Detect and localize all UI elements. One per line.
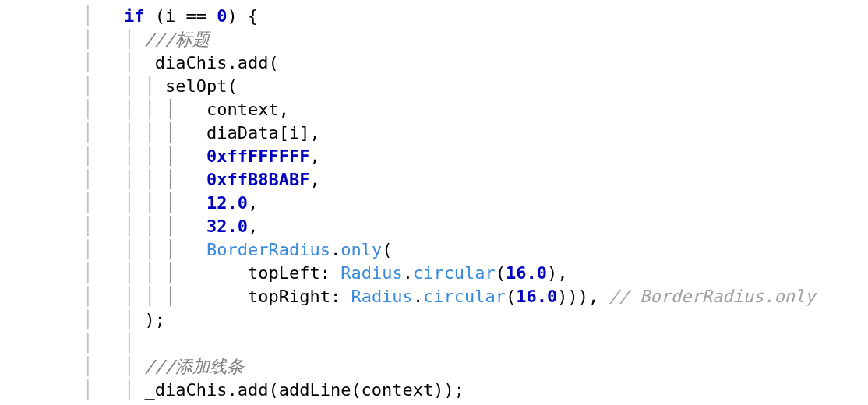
number-literal: 32.0 — [206, 217, 248, 236]
code-line: │ │ │ │ 0xffFFFFFF, — [0, 146, 320, 166]
comment: ///添加线条 — [144, 357, 244, 376]
method-only: only — [340, 240, 382, 259]
number-literal: 0 — [217, 6, 227, 26]
number-literal: 0xffB8BABF — [206, 170, 309, 189]
comment: ///标题 — [144, 30, 210, 49]
code-line: │ │ ///添加线条 — [0, 357, 244, 376]
type-borderradius: BorderRadius — [206, 240, 330, 259]
number-literal: 0xffFFFFFF — [206, 146, 309, 166]
comment-trailing: // BorderRadius.only — [609, 287, 816, 306]
code-line: │ │ ///标题 — [0, 30, 210, 49]
number-literal: 16.0 — [506, 263, 547, 283]
number-literal: 16.0 — [516, 287, 557, 306]
code-line: │ if (i == 0) { — [0, 6, 258, 26]
code-line: │ │ │ │ BorderRadius.only( — [0, 240, 392, 259]
number-literal: 12.0 — [206, 193, 248, 213]
code-line: │ │ │ │ diaData[i], — [0, 123, 320, 143]
code-line: │ │ ); — [0, 310, 165, 329]
code-line: │ │ │ │ context, — [0, 100, 289, 119]
code-line: │ │ │ │ 0xffB8BABF, — [0, 170, 320, 189]
code-line: │ │ — [0, 333, 144, 353]
code-line: │ │ │ │ topRight: Radius.circular(16.0))… — [0, 287, 815, 306]
type-radius: Radius — [340, 263, 402, 283]
method-circular: circular — [413, 263, 496, 283]
code-line: │ │ │ │ 32.0, — [0, 217, 258, 236]
keyword-if: if — [124, 6, 145, 26]
method-circular: circular — [423, 287, 506, 306]
code-line: │ │ │ │ 12.0, — [0, 193, 258, 213]
code-line: │ │ _diaChis.add(addLine(context)); — [0, 380, 464, 400]
type-radius: Radius — [351, 287, 412, 306]
code-block: │ if (i == 0) { │ │ ///标题 │ │ _diaChis.a… — [0, 0, 868, 402]
code-line: │ │ │ selOpt( — [0, 76, 238, 96]
code-line: │ │ _diaChis.add( — [0, 53, 279, 72]
code-line: │ │ │ │ topLeft: Radius.circular(16.0), — [0, 263, 568, 283]
